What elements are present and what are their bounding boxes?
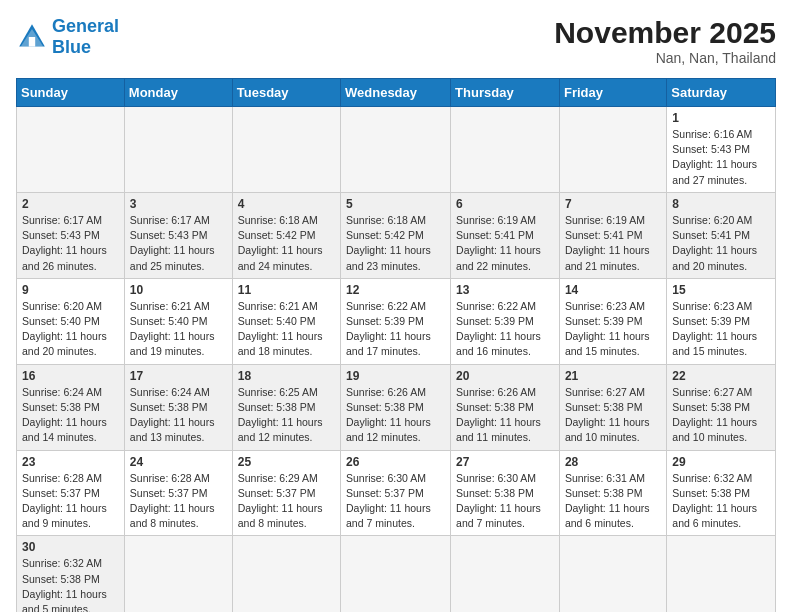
day-number: 20 (456, 369, 554, 383)
day-cell: 5Sunrise: 6:18 AM Sunset: 5:42 PM Daylig… (341, 192, 451, 278)
day-info: Sunrise: 6:18 AM Sunset: 5:42 PM Dayligh… (346, 213, 445, 274)
day-number: 7 (565, 197, 661, 211)
week-row-0: 1Sunrise: 6:16 AM Sunset: 5:43 PM Daylig… (17, 107, 776, 193)
day-number: 29 (672, 455, 770, 469)
day-cell (451, 107, 560, 193)
col-header-tuesday: Tuesday (232, 79, 340, 107)
day-number: 21 (565, 369, 661, 383)
day-cell: 21Sunrise: 6:27 AM Sunset: 5:38 PM Dayli… (559, 364, 666, 450)
day-cell (17, 107, 125, 193)
day-cell (124, 107, 232, 193)
day-cell (232, 107, 340, 193)
day-cell: 30Sunrise: 6:32 AM Sunset: 5:38 PM Dayli… (17, 536, 125, 612)
day-cell (559, 536, 666, 612)
location: Nan, Nan, Thailand (554, 50, 776, 66)
day-number: 23 (22, 455, 119, 469)
day-number: 19 (346, 369, 445, 383)
page: GeneralBlue November 2025 Nan, Nan, Thai… (0, 0, 792, 612)
day-info: Sunrise: 6:26 AM Sunset: 5:38 PM Dayligh… (346, 385, 445, 446)
day-number: 10 (130, 283, 227, 297)
day-info: Sunrise: 6:27 AM Sunset: 5:38 PM Dayligh… (565, 385, 661, 446)
day-info: Sunrise: 6:23 AM Sunset: 5:39 PM Dayligh… (672, 299, 770, 360)
day-cell: 17Sunrise: 6:24 AM Sunset: 5:38 PM Dayli… (124, 364, 232, 450)
day-info: Sunrise: 6:17 AM Sunset: 5:43 PM Dayligh… (130, 213, 227, 274)
day-info: Sunrise: 6:19 AM Sunset: 5:41 PM Dayligh… (456, 213, 554, 274)
day-number: 18 (238, 369, 335, 383)
day-info: Sunrise: 6:29 AM Sunset: 5:37 PM Dayligh… (238, 471, 335, 532)
day-cell (667, 536, 776, 612)
day-cell: 13Sunrise: 6:22 AM Sunset: 5:39 PM Dayli… (451, 278, 560, 364)
day-cell: 6Sunrise: 6:19 AM Sunset: 5:41 PM Daylig… (451, 192, 560, 278)
day-cell: 29Sunrise: 6:32 AM Sunset: 5:38 PM Dayli… (667, 450, 776, 536)
day-info: Sunrise: 6:18 AM Sunset: 5:42 PM Dayligh… (238, 213, 335, 274)
day-cell: 27Sunrise: 6:30 AM Sunset: 5:38 PM Dayli… (451, 450, 560, 536)
day-number: 9 (22, 283, 119, 297)
day-number: 17 (130, 369, 227, 383)
day-cell: 11Sunrise: 6:21 AM Sunset: 5:40 PM Dayli… (232, 278, 340, 364)
day-info: Sunrise: 6:30 AM Sunset: 5:38 PM Dayligh… (456, 471, 554, 532)
day-cell: 7Sunrise: 6:19 AM Sunset: 5:41 PM Daylig… (559, 192, 666, 278)
week-row-3: 16Sunrise: 6:24 AM Sunset: 5:38 PM Dayli… (17, 364, 776, 450)
day-info: Sunrise: 6:17 AM Sunset: 5:43 PM Dayligh… (22, 213, 119, 274)
day-number: 8 (672, 197, 770, 211)
day-cell: 16Sunrise: 6:24 AM Sunset: 5:38 PM Dayli… (17, 364, 125, 450)
week-row-5: 30Sunrise: 6:32 AM Sunset: 5:38 PM Dayli… (17, 536, 776, 612)
day-info: Sunrise: 6:28 AM Sunset: 5:37 PM Dayligh… (130, 471, 227, 532)
day-number: 22 (672, 369, 770, 383)
col-header-thursday: Thursday (451, 79, 560, 107)
calendar: SundayMondayTuesdayWednesdayThursdayFrid… (16, 78, 776, 612)
day-info: Sunrise: 6:31 AM Sunset: 5:38 PM Dayligh… (565, 471, 661, 532)
day-info: Sunrise: 6:20 AM Sunset: 5:40 PM Dayligh… (22, 299, 119, 360)
day-cell (341, 536, 451, 612)
week-row-1: 2Sunrise: 6:17 AM Sunset: 5:43 PM Daylig… (17, 192, 776, 278)
title-block: November 2025 Nan, Nan, Thailand (554, 16, 776, 66)
day-number: 2 (22, 197, 119, 211)
day-info: Sunrise: 6:16 AM Sunset: 5:43 PM Dayligh… (672, 127, 770, 188)
col-header-sunday: Sunday (17, 79, 125, 107)
day-number: 13 (456, 283, 554, 297)
day-info: Sunrise: 6:22 AM Sunset: 5:39 PM Dayligh… (456, 299, 554, 360)
day-number: 16 (22, 369, 119, 383)
day-info: Sunrise: 6:24 AM Sunset: 5:38 PM Dayligh… (22, 385, 119, 446)
day-info: Sunrise: 6:32 AM Sunset: 5:38 PM Dayligh… (22, 556, 119, 612)
day-cell (124, 536, 232, 612)
day-info: Sunrise: 6:25 AM Sunset: 5:38 PM Dayligh… (238, 385, 335, 446)
col-header-friday: Friday (559, 79, 666, 107)
day-number: 25 (238, 455, 335, 469)
day-cell: 1Sunrise: 6:16 AM Sunset: 5:43 PM Daylig… (667, 107, 776, 193)
day-cell: 9Sunrise: 6:20 AM Sunset: 5:40 PM Daylig… (17, 278, 125, 364)
calendar-header: SundayMondayTuesdayWednesdayThursdayFrid… (17, 79, 776, 107)
day-cell (341, 107, 451, 193)
svg-rect-2 (29, 37, 35, 47)
day-info: Sunrise: 6:22 AM Sunset: 5:39 PM Dayligh… (346, 299, 445, 360)
day-cell: 3Sunrise: 6:17 AM Sunset: 5:43 PM Daylig… (124, 192, 232, 278)
col-header-saturday: Saturday (667, 79, 776, 107)
day-info: Sunrise: 6:20 AM Sunset: 5:41 PM Dayligh… (672, 213, 770, 274)
day-info: Sunrise: 6:28 AM Sunset: 5:37 PM Dayligh… (22, 471, 119, 532)
week-row-2: 9Sunrise: 6:20 AM Sunset: 5:40 PM Daylig… (17, 278, 776, 364)
day-cell: 23Sunrise: 6:28 AM Sunset: 5:37 PM Dayli… (17, 450, 125, 536)
day-cell: 15Sunrise: 6:23 AM Sunset: 5:39 PM Dayli… (667, 278, 776, 364)
day-cell: 25Sunrise: 6:29 AM Sunset: 5:37 PM Dayli… (232, 450, 340, 536)
month-year: November 2025 (554, 16, 776, 50)
day-number: 1 (672, 111, 770, 125)
day-cell: 18Sunrise: 6:25 AM Sunset: 5:38 PM Dayli… (232, 364, 340, 450)
day-info: Sunrise: 6:21 AM Sunset: 5:40 PM Dayligh… (130, 299, 227, 360)
day-info: Sunrise: 6:23 AM Sunset: 5:39 PM Dayligh… (565, 299, 661, 360)
day-number: 26 (346, 455, 445, 469)
day-number: 14 (565, 283, 661, 297)
day-number: 12 (346, 283, 445, 297)
calendar-body: 1Sunrise: 6:16 AM Sunset: 5:43 PM Daylig… (17, 107, 776, 613)
day-info: Sunrise: 6:26 AM Sunset: 5:38 PM Dayligh… (456, 385, 554, 446)
logo: GeneralBlue (16, 16, 119, 58)
day-number: 24 (130, 455, 227, 469)
day-cell (559, 107, 666, 193)
day-cell: 24Sunrise: 6:28 AM Sunset: 5:37 PM Dayli… (124, 450, 232, 536)
week-row-4: 23Sunrise: 6:28 AM Sunset: 5:37 PM Dayli… (17, 450, 776, 536)
day-cell: 20Sunrise: 6:26 AM Sunset: 5:38 PM Dayli… (451, 364, 560, 450)
day-cell (451, 536, 560, 612)
day-cell: 14Sunrise: 6:23 AM Sunset: 5:39 PM Dayli… (559, 278, 666, 364)
day-cell: 26Sunrise: 6:30 AM Sunset: 5:37 PM Dayli… (341, 450, 451, 536)
logo-text: GeneralBlue (52, 16, 119, 58)
day-number: 30 (22, 540, 119, 554)
